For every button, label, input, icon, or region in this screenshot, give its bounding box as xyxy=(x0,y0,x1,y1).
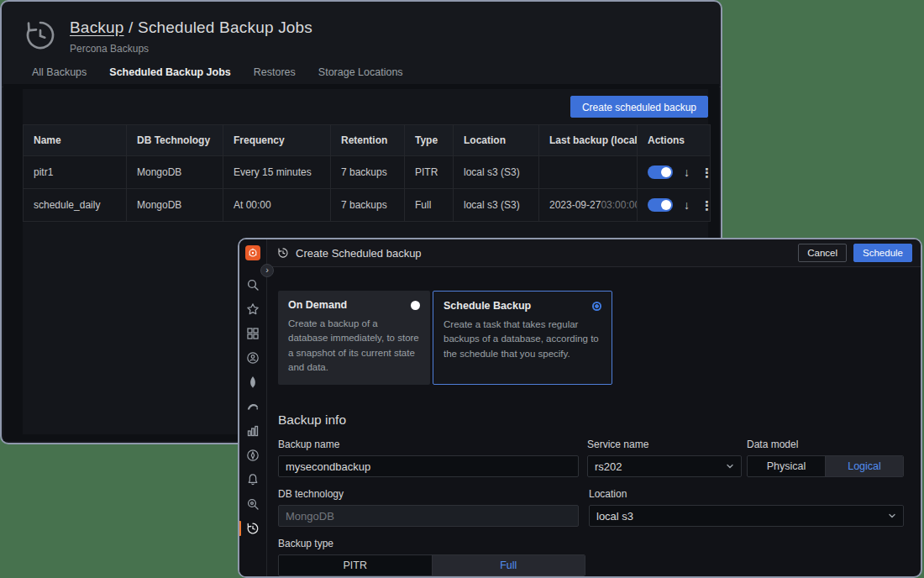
service-name-value: rs202 xyxy=(595,460,622,473)
location-value: local s3 xyxy=(596,510,633,523)
dashboards-icon[interactable] xyxy=(246,327,260,340)
breadcrumb-backup-link[interactable]: Backup xyxy=(70,18,124,36)
page-header: Backup / Scheduled Backup Jobs Percona B… xyxy=(2,2,721,55)
cell-db: MongoDB xyxy=(127,156,223,189)
backup-type-toggle: PITR Full xyxy=(278,554,585,576)
backup-type-field: Backup type PITR Full xyxy=(278,538,585,576)
backup-type-full[interactable]: Full xyxy=(432,555,585,575)
db-technology-label: DB technology xyxy=(278,488,579,500)
modal-title: Create Scheduled backup xyxy=(296,247,422,260)
schedule-button[interactable]: Schedule xyxy=(853,244,912,262)
col-actions: Actions xyxy=(638,125,711,156)
col-location: Location xyxy=(454,125,539,156)
location-field: Location local s3 xyxy=(589,488,904,527)
backup-mode-selector: On Demand Create a backup of a database … xyxy=(278,291,904,385)
db-technology-field: DB technology xyxy=(278,488,579,527)
modal-header: Create Scheduled backup Cancel Schedule xyxy=(267,239,921,267)
on-demand-radio[interactable] xyxy=(411,301,420,310)
data-model-label: Data model xyxy=(747,439,904,450)
kebab-menu-icon[interactable]: ⋮ xyxy=(701,166,711,179)
data-model-toggle: Physical Logical xyxy=(747,455,904,477)
system-icon[interactable] xyxy=(246,351,260,365)
cell-retention: 7 backups xyxy=(331,189,405,222)
modal-main: Create Scheduled backup Cancel Schedule … xyxy=(267,239,921,576)
starred-icon[interactable] xyxy=(246,302,260,316)
cell-retention: 7 backups xyxy=(331,156,405,189)
mongodb-icon[interactable] xyxy=(246,376,260,389)
table-header-row: Name DB Technology Frequency Retention T… xyxy=(24,125,711,156)
cell-actions: ↓ ⋮ xyxy=(638,189,711,222)
nav-sidebar xyxy=(239,239,267,576)
col-db-technology: DB Technology xyxy=(127,125,223,156)
explore-compass-icon[interactable] xyxy=(246,449,260,462)
chevron-down-icon xyxy=(888,512,896,520)
schedule-backup-card[interactable]: Schedule Backup Create a task that takes… xyxy=(433,291,612,385)
data-model-physical[interactable]: Physical xyxy=(748,456,825,476)
col-last-backup: Last backup (local time) xyxy=(539,125,638,156)
backup-type-label: Backup type xyxy=(278,538,585,549)
cell-frequency: At 00:00 xyxy=(223,189,331,222)
location-select[interactable]: local s3 xyxy=(589,505,904,527)
cell-type: Full xyxy=(405,189,454,222)
backup-enabled-toggle[interactable] xyxy=(648,198,673,212)
alerting-bell-icon[interactable] xyxy=(246,473,260,486)
query-analytics-icon[interactable] xyxy=(246,424,260,438)
schedule-backup-title: Schedule Backup xyxy=(444,300,531,312)
backup-history-icon xyxy=(24,18,57,52)
location-label: Location xyxy=(589,488,904,500)
advisors-icon[interactable] xyxy=(246,497,260,511)
cell-last-backup: 2023-09-27 03:00:00 xyxy=(539,189,638,222)
create-scheduled-backup-button[interactable]: Create scheduled backup xyxy=(570,96,708,118)
active-nav-indicator xyxy=(239,521,241,536)
breadcrumb-current: / Scheduled Backup Jobs xyxy=(124,18,313,36)
toggle-knob xyxy=(661,200,671,210)
scheduled-backups-table: Name DB Technology Frequency Retention T… xyxy=(23,124,711,222)
col-type: Type xyxy=(405,125,454,156)
cell-db: MongoDB xyxy=(127,189,223,222)
cancel-button[interactable]: Cancel xyxy=(798,244,847,262)
cell-name: schedule_daily xyxy=(24,189,127,222)
page-subtitle: Percona Backups xyxy=(70,43,312,55)
table-row: pitr1 MongoDB Every 15 minutes 7 backups… xyxy=(24,156,711,189)
create-scheduled-backup-window: › xyxy=(238,238,922,578)
toggle-knob xyxy=(661,167,671,177)
schedule-backup-description: Create a task that takes regular backups… xyxy=(444,318,601,361)
cell-frequency: Every 15 minutes xyxy=(223,156,331,189)
service-name-field: Service name rs202 xyxy=(587,439,742,477)
backup-info-heading: Backup info xyxy=(278,412,904,428)
db-technology-input xyxy=(278,505,579,527)
tab-bar: All Backups Scheduled Backup Jobs Restor… xyxy=(2,55,721,87)
backup-type-pitr[interactable]: PITR xyxy=(279,555,432,575)
sidebar-expand-chevron-icon[interactable]: › xyxy=(260,264,274,277)
search-icon[interactable] xyxy=(246,278,260,292)
data-model-field: Data model Physical Logical xyxy=(747,439,904,477)
data-model-logical[interactable]: Logical xyxy=(825,456,903,476)
backup-name-field: Backup name xyxy=(278,439,579,477)
cell-type: PITR xyxy=(405,156,454,189)
mysql-icon[interactable] xyxy=(246,400,260,413)
cell-actions: ↓ ⋮ xyxy=(638,156,711,189)
col-retention: Retention xyxy=(331,125,405,156)
on-demand-card[interactable]: On Demand Create a backup of a database … xyxy=(278,291,430,385)
cell-location: local s3 (S3) xyxy=(454,189,539,222)
on-demand-title: On Demand xyxy=(288,299,347,311)
copy-backup-icon[interactable]: ↓ xyxy=(684,166,690,178)
cell-location: local s3 (S3) xyxy=(454,156,539,189)
backup-enabled-toggle[interactable] xyxy=(648,166,673,179)
service-name-select[interactable]: rs202 xyxy=(587,455,742,477)
percona-logo-icon[interactable] xyxy=(245,245,260,260)
col-frequency: Frequency xyxy=(223,125,331,156)
on-demand-description: Create a backup of a database immediatel… xyxy=(288,317,420,375)
copy-backup-icon[interactable]: ↓ xyxy=(684,199,690,211)
modal-history-icon xyxy=(277,247,289,259)
chevron-down-icon xyxy=(726,462,734,470)
cell-name: pitr1 xyxy=(24,156,127,189)
last-backup-time: 03:00:00 xyxy=(601,199,637,211)
col-name: Name xyxy=(24,125,127,156)
table-row: schedule_daily MongoDB At 00:00 7 backup… xyxy=(24,189,711,222)
backup-nav-icon[interactable] xyxy=(246,522,260,535)
backup-name-input[interactable] xyxy=(278,455,579,477)
kebab-menu-icon[interactable]: ⋮ xyxy=(701,199,711,212)
schedule-backup-radio[interactable] xyxy=(592,302,601,311)
panel-toolbar: Create scheduled backup xyxy=(23,89,708,124)
